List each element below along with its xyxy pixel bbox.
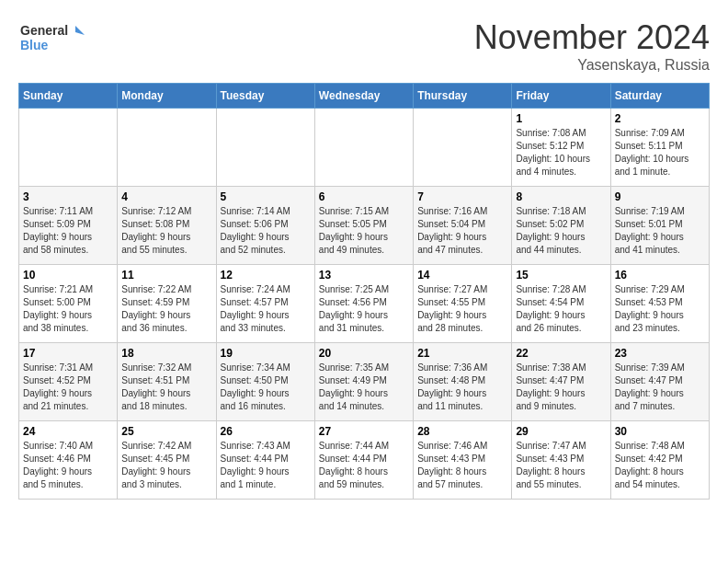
week-row-1: 1Sunrise: 7:08 AM Sunset: 5:12 PM Daylig…	[19, 109, 710, 187]
day-info: Sunrise: 7:21 AM Sunset: 5:00 PM Dayligh…	[23, 283, 113, 335]
day-number: 9	[615, 190, 705, 203]
week-row-3: 10Sunrise: 7:21 AM Sunset: 5:00 PM Dayli…	[19, 265, 710, 343]
day-number: 20	[319, 347, 409, 360]
day-number: 8	[516, 190, 606, 203]
day-number: 26	[221, 425, 311, 438]
calendar-cell: 14Sunrise: 7:27 AM Sunset: 4:55 PM Dayli…	[414, 265, 512, 343]
day-number: 27	[319, 425, 409, 438]
calendar-cell: 29Sunrise: 7:47 AM Sunset: 4:43 PM Dayli…	[512, 421, 610, 500]
calendar-cell: 22Sunrise: 7:38 AM Sunset: 4:47 PM Dayli…	[512, 343, 610, 421]
logo: GeneralBlue	[18, 18, 92, 55]
week-row-5: 24Sunrise: 7:40 AM Sunset: 4:46 PM Dayli…	[19, 421, 710, 500]
weekday-header-wednesday: Wednesday	[314, 84, 413, 109]
day-number: 7	[417, 190, 507, 203]
calendar-cell: 12Sunrise: 7:24 AM Sunset: 4:57 PM Dayli…	[216, 265, 314, 343]
title-block: November 2024 Yasenskaya, Russia	[474, 18, 710, 74]
day-number: 13	[319, 269, 409, 282]
calendar-cell: 16Sunrise: 7:29 AM Sunset: 4:53 PM Dayli…	[610, 265, 709, 343]
calendar-cell: 7Sunrise: 7:16 AM Sunset: 5:04 PM Daylig…	[414, 187, 512, 265]
weekday-header-thursday: Thursday	[414, 84, 512, 109]
calendar-cell: 27Sunrise: 7:44 AM Sunset: 4:44 PM Dayli…	[314, 421, 413, 500]
day-info: Sunrise: 7:09 AM Sunset: 5:11 PM Dayligh…	[615, 127, 705, 178]
calendar-cell: 26Sunrise: 7:43 AM Sunset: 4:44 PM Dayli…	[216, 421, 314, 500]
calendar-cell: 23Sunrise: 7:39 AM Sunset: 4:47 PM Dayli…	[610, 343, 709, 421]
day-number: 12	[221, 269, 311, 282]
calendar-cell: 10Sunrise: 7:21 AM Sunset: 5:00 PM Dayli…	[19, 265, 118, 343]
day-info: Sunrise: 7:28 AM Sunset: 4:54 PM Dayligh…	[516, 283, 606, 335]
calendar-cell: 2Sunrise: 7:09 AM Sunset: 5:11 PM Daylig…	[610, 109, 709, 187]
calendar-cell: 17Sunrise: 7:31 AM Sunset: 4:52 PM Dayli…	[19, 343, 118, 421]
day-number: 2	[615, 112, 705, 125]
weekday-header-row: SundayMondayTuesdayWednesdayThursdayFrid…	[19, 84, 710, 109]
week-row-4: 17Sunrise: 7:31 AM Sunset: 4:52 PM Dayli…	[19, 343, 710, 421]
weekday-header-tuesday: Tuesday	[216, 84, 314, 109]
day-info: Sunrise: 7:44 AM Sunset: 4:44 PM Dayligh…	[319, 440, 409, 491]
day-number: 15	[516, 269, 606, 282]
calendar-cell: 3Sunrise: 7:11 AM Sunset: 5:09 PM Daylig…	[19, 187, 118, 265]
calendar-cell: 13Sunrise: 7:25 AM Sunset: 4:56 PM Dayli…	[314, 265, 413, 343]
calendar-cell: 19Sunrise: 7:34 AM Sunset: 4:50 PM Dayli…	[216, 343, 314, 421]
day-info: Sunrise: 7:36 AM Sunset: 4:48 PM Dayligh…	[417, 362, 507, 413]
day-info: Sunrise: 7:18 AM Sunset: 5:02 PM Dayligh…	[516, 205, 606, 257]
calendar-cell	[314, 109, 413, 187]
day-info: Sunrise: 7:29 AM Sunset: 4:53 PM Dayligh…	[615, 283, 705, 335]
calendar: SundayMondayTuesdayWednesdayThursdayFrid…	[18, 83, 710, 500]
calendar-cell: 6Sunrise: 7:15 AM Sunset: 5:05 PM Daylig…	[314, 187, 413, 265]
day-info: Sunrise: 7:27 AM Sunset: 4:55 PM Dayligh…	[417, 283, 507, 335]
day-number: 6	[319, 190, 409, 203]
calendar-cell: 8Sunrise: 7:18 AM Sunset: 5:02 PM Daylig…	[512, 187, 610, 265]
day-info: Sunrise: 7:24 AM Sunset: 4:57 PM Dayligh…	[221, 283, 311, 335]
day-number: 14	[417, 269, 507, 282]
day-info: Sunrise: 7:19 AM Sunset: 5:01 PM Dayligh…	[615, 205, 705, 257]
day-number: 1	[516, 112, 606, 125]
day-number: 30	[615, 425, 705, 438]
day-number: 28	[417, 425, 507, 438]
day-info: Sunrise: 7:48 AM Sunset: 4:42 PM Dayligh…	[615, 440, 705, 491]
day-info: Sunrise: 7:47 AM Sunset: 4:43 PM Dayligh…	[516, 440, 606, 491]
calendar-cell: 15Sunrise: 7:28 AM Sunset: 4:54 PM Dayli…	[512, 265, 610, 343]
day-number: 18	[121, 347, 211, 360]
calendar-cell: 24Sunrise: 7:40 AM Sunset: 4:46 PM Dayli…	[19, 421, 118, 500]
month-title: November 2024	[474, 18, 710, 57]
location: Yasenskaya, Russia	[474, 57, 710, 74]
calendar-cell: 20Sunrise: 7:35 AM Sunset: 4:49 PM Dayli…	[314, 343, 413, 421]
calendar-cell: 1Sunrise: 7:08 AM Sunset: 5:12 PM Daylig…	[512, 109, 610, 187]
week-row-2: 3Sunrise: 7:11 AM Sunset: 5:09 PM Daylig…	[19, 187, 710, 265]
weekday-header-saturday: Saturday	[610, 84, 709, 109]
day-info: Sunrise: 7:43 AM Sunset: 4:44 PM Dayligh…	[221, 440, 311, 491]
calendar-cell: 11Sunrise: 7:22 AM Sunset: 4:59 PM Dayli…	[118, 265, 216, 343]
day-number: 10	[23, 269, 113, 282]
page-header: GeneralBlue November 2024 Yasenskaya, Ru…	[18, 18, 710, 74]
day-info: Sunrise: 7:40 AM Sunset: 4:46 PM Dayligh…	[23, 440, 113, 491]
calendar-cell: 5Sunrise: 7:14 AM Sunset: 5:06 PM Daylig…	[216, 187, 314, 265]
day-info: Sunrise: 7:31 AM Sunset: 4:52 PM Dayligh…	[23, 362, 113, 413]
day-info: Sunrise: 7:46 AM Sunset: 4:43 PM Dayligh…	[417, 440, 507, 491]
weekday-header-monday: Monday	[118, 84, 216, 109]
day-info: Sunrise: 7:39 AM Sunset: 4:47 PM Dayligh…	[615, 362, 705, 413]
day-info: Sunrise: 7:35 AM Sunset: 4:49 PM Dayligh…	[319, 362, 409, 413]
day-number: 29	[516, 425, 606, 438]
day-info: Sunrise: 7:11 AM Sunset: 5:09 PM Dayligh…	[23, 205, 113, 257]
day-number: 16	[615, 269, 705, 282]
svg-text:Blue: Blue	[20, 38, 49, 52]
svg-marker-0	[75, 26, 85, 35]
day-number: 21	[417, 347, 507, 360]
day-info: Sunrise: 7:22 AM Sunset: 4:59 PM Dayligh…	[121, 283, 211, 335]
day-number: 24	[23, 425, 113, 438]
day-info: Sunrise: 7:14 AM Sunset: 5:06 PM Dayligh…	[221, 205, 311, 257]
calendar-cell	[118, 109, 216, 187]
day-number: 4	[121, 190, 211, 203]
calendar-cell	[414, 109, 512, 187]
svg-text:General: General	[20, 23, 68, 38]
calendar-cell: 28Sunrise: 7:46 AM Sunset: 4:43 PM Dayli…	[414, 421, 512, 500]
day-number: 17	[23, 347, 113, 360]
day-info: Sunrise: 7:38 AM Sunset: 4:47 PM Dayligh…	[516, 362, 606, 413]
day-number: 5	[221, 190, 311, 203]
day-info: Sunrise: 7:16 AM Sunset: 5:04 PM Dayligh…	[417, 205, 507, 257]
day-info: Sunrise: 7:15 AM Sunset: 5:05 PM Dayligh…	[319, 205, 409, 257]
day-number: 11	[121, 269, 211, 282]
day-number: 25	[121, 425, 211, 438]
calendar-cell: 30Sunrise: 7:48 AM Sunset: 4:42 PM Dayli…	[610, 421, 709, 500]
day-number: 19	[221, 347, 311, 360]
calendar-cell: 21Sunrise: 7:36 AM Sunset: 4:48 PM Dayli…	[414, 343, 512, 421]
